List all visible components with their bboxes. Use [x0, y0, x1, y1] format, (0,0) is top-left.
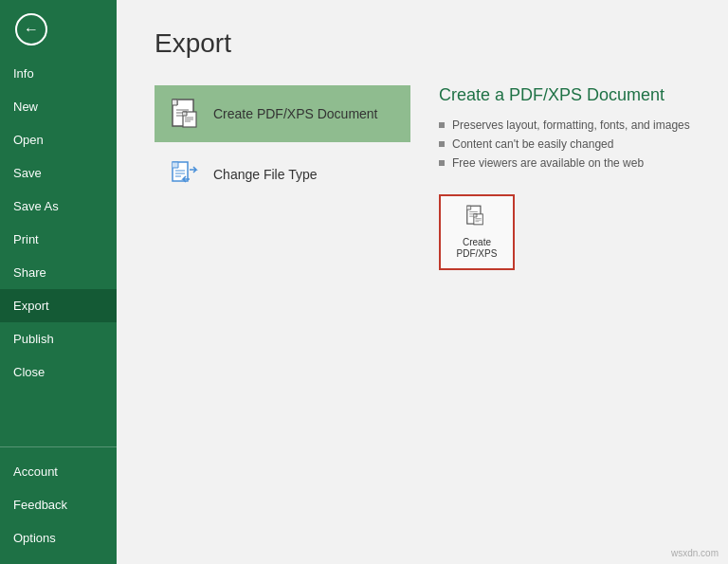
bullet-text-1: Preserves layout, formatting, fonts, and…	[452, 118, 690, 132]
sidebar-item-close[interactable]: Close	[0, 355, 117, 389]
export-options-panel: Create PDF/XPS Document Ch	[155, 85, 410, 270]
bullet-text-2: Content can't be easily changed	[452, 137, 613, 151]
create-pdf-label: Create PDF/XPS Document	[213, 106, 378, 121]
sidebar-item-print[interactable]: Print	[0, 223, 117, 256]
sidebar-item-info[interactable]: Info	[0, 57, 117, 90]
sidebar-nav: Info New Open Save Save As Print Share E…	[0, 57, 117, 439]
sidebar-item-share[interactable]: Share	[0, 256, 117, 289]
main-content: Export	[117, 0, 728, 564]
change-file-type-label: Change File Type	[213, 167, 317, 182]
bullet-item-1: Preserves layout, formatting, fonts, and…	[439, 118, 690, 132]
change-file-type-option[interactable]: Change File Type	[155, 146, 410, 203]
sidebar-item-open[interactable]: Open	[0, 123, 117, 156]
sidebar-item-options[interactable]: Options	[0, 521, 117, 555]
detail-bullets-list: Preserves layout, formatting, fonts, and…	[439, 118, 690, 175]
bullet-icon-2	[439, 141, 445, 147]
create-pdf-option[interactable]: Create PDF/XPS Document	[155, 85, 410, 142]
create-pdf-button-icon	[466, 205, 487, 233]
sidebar-item-export[interactable]: Export	[0, 289, 117, 322]
page-title: Export	[155, 28, 690, 59]
sidebar-item-new[interactable]: New	[0, 90, 117, 123]
bullet-icon-1	[439, 122, 445, 128]
sidebar-item-feedback[interactable]: Feedback	[0, 488, 117, 521]
create-pdf-button-label: CreatePDF/XPS	[457, 237, 498, 260]
back-circle-icon: ←	[15, 13, 47, 45]
sidebar-item-publish[interactable]: Publish	[0, 322, 117, 355]
pdf-document-icon	[170, 99, 200, 129]
change-file-type-icon	[170, 159, 200, 190]
bullet-item-2: Content can't be easily changed	[439, 137, 690, 151]
detail-title: Create a PDF/XPS Document	[439, 85, 690, 105]
bullet-icon-3	[439, 160, 445, 166]
export-body: Create PDF/XPS Document Ch	[155, 85, 690, 270]
sidebar-item-account[interactable]: Account	[0, 455, 117, 488]
sidebar-item-save-as[interactable]: Save As	[0, 190, 117, 223]
create-pdf-xps-button[interactable]: CreatePDF/XPS	[439, 194, 515, 270]
export-detail-panel: Create a PDF/XPS Document Preserves layo…	[439, 85, 690, 270]
bullet-item-3: Free viewers are available on the web	[439, 156, 690, 170]
back-button[interactable]: ←	[9, 8, 53, 51]
sidebar-bottom: Account Feedback Options	[0, 455, 117, 555]
sidebar-divider	[0, 446, 117, 447]
bullet-text-3: Free viewers are available on the web	[452, 156, 644, 170]
watermark: wsxdn.com	[671, 548, 719, 558]
sidebar-item-save[interactable]: Save	[0, 156, 117, 190]
sidebar: ← Info New Open Save Save As Print Share…	[0, 0, 117, 564]
